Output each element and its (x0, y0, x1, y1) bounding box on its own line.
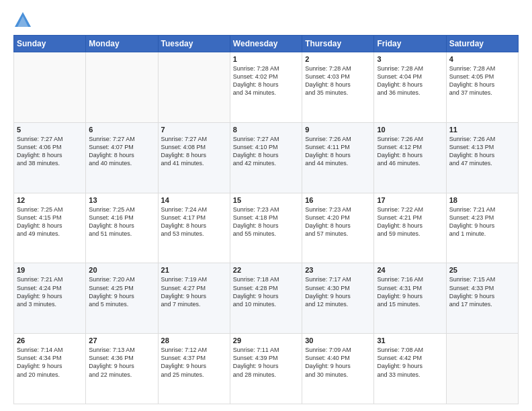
day-cell: 30Sunrise: 7:09 AM Sunset: 4:40 PM Dayli… (302, 334, 374, 404)
day-info: Sunrise: 7:21 AM Sunset: 4:24 PM Dayligh… (17, 275, 83, 308)
day-cell: 15Sunrise: 7:23 AM Sunset: 4:18 PM Dayli… (230, 193, 302, 263)
day-number: 10 (377, 126, 443, 134)
day-info: Sunrise: 7:26 AM Sunset: 4:13 PM Dayligh… (449, 135, 515, 168)
day-info: Sunrise: 7:28 AM Sunset: 4:03 PM Dayligh… (305, 64, 371, 97)
day-number: 21 (161, 266, 227, 274)
day-number: 6 (89, 126, 154, 134)
day-info: Sunrise: 7:28 AM Sunset: 4:02 PM Dayligh… (233, 64, 299, 97)
day-number: 14 (161, 196, 227, 204)
day-cell: 5Sunrise: 7:27 AM Sunset: 4:06 PM Daylig… (14, 122, 86, 193)
day-cell: 9Sunrise: 7:26 AM Sunset: 4:11 PM Daylig… (302, 122, 374, 193)
day-number: 30 (305, 336, 371, 345)
day-number: 9 (305, 126, 371, 134)
day-info: Sunrise: 7:27 AM Sunset: 4:06 PM Dayligh… (17, 135, 83, 168)
day-info: Sunrise: 7:27 AM Sunset: 4:08 PM Dayligh… (161, 135, 227, 168)
header (13, 11, 519, 30)
day-number: 11 (449, 126, 515, 134)
day-info: Sunrise: 7:15 AM Sunset: 4:33 PM Dayligh… (449, 275, 515, 308)
day-cell: 11Sunrise: 7:26 AM Sunset: 4:13 PM Dayli… (446, 122, 518, 193)
day-cell: 6Sunrise: 7:27 AM Sunset: 4:07 PM Daylig… (86, 122, 158, 193)
day-number: 1 (233, 55, 299, 63)
col-header-thursday: Thursday (302, 36, 374, 52)
day-info: Sunrise: 7:25 AM Sunset: 4:15 PM Dayligh… (17, 205, 83, 238)
day-number: 4 (449, 55, 515, 63)
day-number: 8 (233, 126, 299, 134)
day-info: Sunrise: 7:12 AM Sunset: 4:37 PM Dayligh… (161, 346, 227, 379)
col-header-monday: Monday (86, 36, 158, 52)
day-number: 18 (449, 196, 515, 204)
calendar-header-row: SundayMondayTuesdayWednesdayThursdayFrid… (14, 36, 519, 52)
day-number: 19 (17, 266, 83, 274)
day-cell (446, 334, 518, 404)
day-number: 5 (17, 126, 83, 134)
day-info: Sunrise: 7:09 AM Sunset: 4:40 PM Dayligh… (305, 346, 371, 379)
day-cell: 18Sunrise: 7:21 AM Sunset: 4:23 PM Dayli… (446, 193, 518, 263)
day-info: Sunrise: 7:14 AM Sunset: 4:34 PM Dayligh… (17, 346, 83, 379)
day-number: 17 (377, 196, 443, 204)
day-number: 26 (17, 336, 83, 345)
day-cell: 20Sunrise: 7:20 AM Sunset: 4:25 PM Dayli… (86, 263, 158, 334)
day-number: 12 (17, 196, 83, 204)
day-cell: 24Sunrise: 7:16 AM Sunset: 4:31 PM Dayli… (374, 263, 446, 334)
col-header-friday: Friday (374, 36, 446, 52)
day-info: Sunrise: 7:08 AM Sunset: 4:42 PM Dayligh… (377, 346, 443, 379)
day-info: Sunrise: 7:23 AM Sunset: 4:20 PM Dayligh… (305, 205, 371, 238)
day-info: Sunrise: 7:28 AM Sunset: 4:05 PM Dayligh… (449, 64, 515, 97)
day-cell: 28Sunrise: 7:12 AM Sunset: 4:37 PM Dayli… (158, 334, 230, 404)
day-info: Sunrise: 7:26 AM Sunset: 4:12 PM Dayligh… (377, 135, 443, 168)
day-number: 7 (161, 126, 227, 134)
day-number: 16 (305, 196, 371, 204)
day-number: 31 (377, 336, 443, 345)
day-info: Sunrise: 7:28 AM Sunset: 4:04 PM Dayligh… (377, 64, 443, 97)
day-cell: 10Sunrise: 7:26 AM Sunset: 4:12 PM Dayli… (374, 122, 446, 193)
day-info: Sunrise: 7:25 AM Sunset: 4:16 PM Dayligh… (89, 205, 154, 238)
day-info: Sunrise: 7:27 AM Sunset: 4:07 PM Dayligh… (89, 135, 154, 168)
day-number: 22 (233, 266, 299, 274)
day-cell: 2Sunrise: 7:28 AM Sunset: 4:03 PM Daylig… (302, 52, 374, 123)
week-row-2: 5Sunrise: 7:27 AM Sunset: 4:06 PM Daylig… (14, 122, 519, 193)
day-cell: 13Sunrise: 7:25 AM Sunset: 4:16 PM Dayli… (86, 193, 158, 263)
day-number: 23 (305, 266, 371, 274)
day-info: Sunrise: 7:24 AM Sunset: 4:17 PM Dayligh… (161, 205, 227, 238)
day-cell: 21Sunrise: 7:19 AM Sunset: 4:27 PM Dayli… (158, 263, 230, 334)
day-info: Sunrise: 7:21 AM Sunset: 4:23 PM Dayligh… (449, 205, 515, 238)
week-row-5: 26Sunrise: 7:14 AM Sunset: 4:34 PM Dayli… (14, 334, 519, 404)
day-cell (158, 52, 230, 123)
calendar: SundayMondayTuesdayWednesdayThursdayFrid… (13, 35, 519, 404)
week-row-4: 19Sunrise: 7:21 AM Sunset: 4:24 PM Dayli… (14, 263, 519, 334)
day-cell: 25Sunrise: 7:15 AM Sunset: 4:33 PM Dayli… (446, 263, 518, 334)
day-cell: 8Sunrise: 7:27 AM Sunset: 4:10 PM Daylig… (230, 122, 302, 193)
day-number: 13 (89, 196, 154, 204)
day-cell (86, 52, 158, 123)
day-info: Sunrise: 7:19 AM Sunset: 4:27 PM Dayligh… (161, 275, 227, 308)
day-info: Sunrise: 7:20 AM Sunset: 4:25 PM Dayligh… (89, 275, 154, 308)
week-row-3: 12Sunrise: 7:25 AM Sunset: 4:15 PM Dayli… (14, 193, 519, 263)
day-cell: 3Sunrise: 7:28 AM Sunset: 4:04 PM Daylig… (374, 52, 446, 123)
day-number: 20 (89, 266, 154, 274)
day-cell: 4Sunrise: 7:28 AM Sunset: 4:05 PM Daylig… (446, 52, 518, 123)
day-cell: 14Sunrise: 7:24 AM Sunset: 4:17 PM Dayli… (158, 193, 230, 263)
day-info: Sunrise: 7:11 AM Sunset: 4:39 PM Dayligh… (233, 346, 299, 379)
day-info: Sunrise: 7:22 AM Sunset: 4:21 PM Dayligh… (377, 205, 443, 238)
col-header-wednesday: Wednesday (230, 36, 302, 52)
day-info: Sunrise: 7:27 AM Sunset: 4:10 PM Dayligh… (233, 135, 299, 168)
col-header-sunday: Sunday (14, 36, 86, 52)
day-number: 29 (233, 336, 299, 345)
day-cell: 1Sunrise: 7:28 AM Sunset: 4:02 PM Daylig… (230, 52, 302, 123)
day-cell: 31Sunrise: 7:08 AM Sunset: 4:42 PM Dayli… (374, 334, 446, 404)
day-info: Sunrise: 7:18 AM Sunset: 4:28 PM Dayligh… (233, 275, 299, 308)
day-cell: 7Sunrise: 7:27 AM Sunset: 4:08 PM Daylig… (158, 122, 230, 193)
day-info: Sunrise: 7:16 AM Sunset: 4:31 PM Dayligh… (377, 275, 443, 308)
day-cell: 12Sunrise: 7:25 AM Sunset: 4:15 PM Dayli… (14, 193, 86, 263)
day-number: 24 (377, 266, 443, 274)
page: SundayMondayTuesdayWednesdayThursdayFrid… (0, 0, 532, 411)
week-row-1: 1Sunrise: 7:28 AM Sunset: 4:02 PM Daylig… (14, 52, 519, 123)
day-cell: 17Sunrise: 7:22 AM Sunset: 4:21 PM Dayli… (374, 193, 446, 263)
day-info: Sunrise: 7:13 AM Sunset: 4:36 PM Dayligh… (89, 346, 154, 379)
col-header-saturday: Saturday (446, 36, 518, 52)
logo-icon (13, 11, 32, 30)
day-info: Sunrise: 7:17 AM Sunset: 4:30 PM Dayligh… (305, 275, 371, 308)
day-cell: 19Sunrise: 7:21 AM Sunset: 4:24 PM Dayli… (14, 263, 86, 334)
day-number: 15 (233, 196, 299, 204)
day-cell: 23Sunrise: 7:17 AM Sunset: 4:30 PM Dayli… (302, 263, 374, 334)
